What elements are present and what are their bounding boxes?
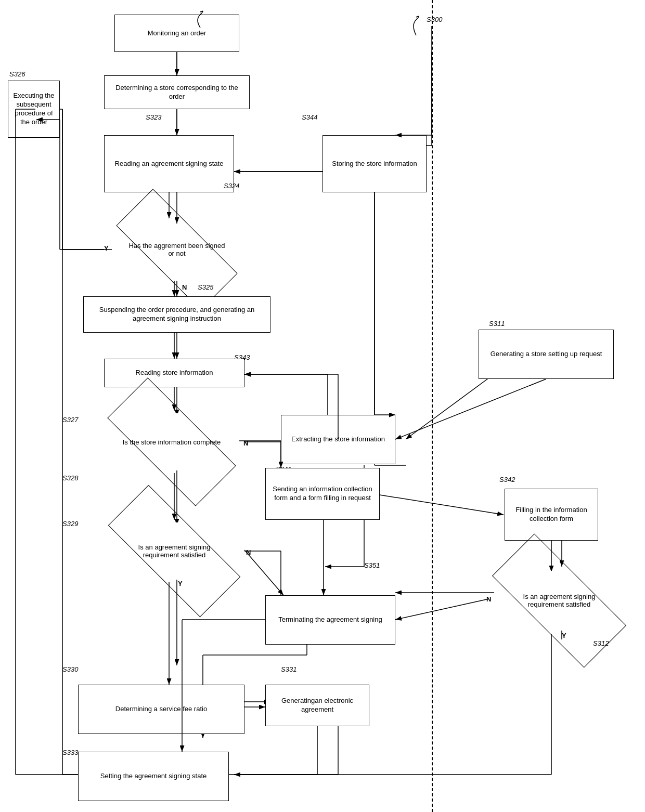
diamond-agreement-req2: Is an agreement signing requirement sati… <box>489 567 629 634</box>
squiggle-s300 <box>395 15 437 41</box>
label-s333: S333 <box>62 749 78 756</box>
box-filling-form: Filling in the information collection fo… <box>505 489 598 541</box>
box-determining-store: Determining a store corresponding to the… <box>104 75 250 109</box>
box-terminating: Terminating the agreement signing <box>265 595 395 645</box>
label-s342: S342 <box>499 476 515 483</box>
label-s351: S351 <box>364 561 380 569</box>
label-s325: S325 <box>198 283 213 291</box>
box-storing-info: Storing the store information <box>322 135 427 192</box>
svg-line-48 <box>380 495 504 515</box>
box-sending-form: Sending an information collection form a… <box>265 468 380 520</box>
svg-line-60 <box>244 550 283 595</box>
label-s311: S311 <box>489 320 505 328</box>
squiggle-s321 <box>187 9 213 30</box>
y-label-agreement-req2: Y <box>562 632 566 639</box>
box-monitoring: Monitoring an order <box>114 15 239 52</box>
svg-line-49 <box>395 379 546 439</box>
y-label-signed: Y <box>104 244 109 252</box>
box-generating-agreement: Generatingan electronic agreement <box>265 685 369 726</box>
y-label-agreement-req1: Y <box>178 580 183 587</box>
label-s326: S326 <box>9 70 25 78</box>
diamond-store-complete: Is the store information complete <box>104 411 239 473</box>
box-determining-fee: Determining a service fee ratio <box>78 685 244 734</box>
box-suspending: Suspending the order procedure, and gene… <box>83 296 270 333</box>
box-extracting: Extracting the store information <box>281 415 395 464</box>
label-s330: S330 <box>62 665 78 673</box>
box-executing: Executing the subsequent procedure of th… <box>8 81 60 138</box>
label-s344: S344 <box>302 113 317 121</box>
label-s329: S329 <box>62 520 78 528</box>
label-s328: S328 <box>62 474 78 482</box>
label-s324: S324 <box>224 182 239 190</box>
box-setting-state: Setting the agreement signing state <box>78 752 229 801</box>
n-label-agreement-req2: N <box>486 595 491 603</box>
label-s331: S331 <box>281 665 296 673</box>
label-s327: S327 <box>62 416 78 424</box>
n-label-agreement-req1: N <box>246 548 251 556</box>
svg-line-77 <box>395 599 489 620</box>
diamond-agreement-req1: Is an agreement signing requirement sati… <box>104 520 244 582</box>
box-reading-store: Reading store information <box>104 359 244 387</box>
diamond-signed: Has the aggrement been signed or not <box>112 218 242 281</box>
n-label-signed: N <box>182 283 187 291</box>
label-s312: S312 <box>593 639 609 647</box>
box-reading-signing: Reading an agreement signing state <box>104 135 234 192</box>
flowchart: S300 S321 Monitoring an order S322 Deter… <box>0 0 645 812</box>
n-label-store-complete: N <box>243 439 248 447</box>
dashed-divider <box>432 0 433 812</box>
label-s323: S323 <box>146 113 161 121</box>
box-generating-request: Generating a store setting up request <box>479 330 614 379</box>
